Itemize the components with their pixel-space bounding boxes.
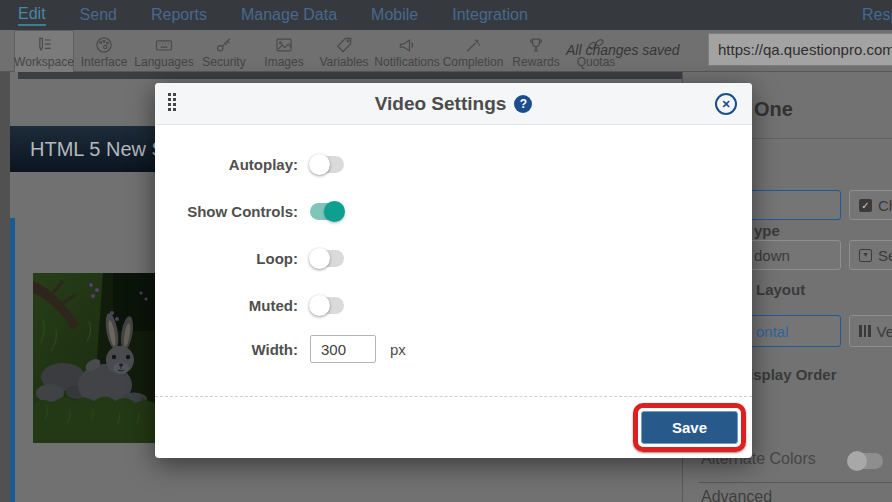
layout-section-label: Layout	[756, 281, 805, 298]
autosave-status: All changes saved	[566, 42, 680, 58]
width-unit-label: px	[390, 341, 406, 358]
type-option-label: Sele	[878, 247, 892, 264]
width-label: Width:	[155, 341, 298, 358]
workspace-icon	[33, 35, 55, 55]
autoplay-label: Autoplay:	[155, 156, 298, 173]
toolbar-item-images[interactable]: Images	[254, 30, 314, 72]
images-icon	[273, 35, 295, 55]
autoplay-toggle[interactable]	[310, 156, 344, 173]
app-screen: Edit Send Reports Manage Data Mobile Int…	[0, 0, 892, 502]
rewards-icon	[525, 35, 547, 55]
variables-icon	[333, 35, 355, 55]
security-icon	[213, 35, 235, 55]
toolbar-label: Images	[264, 55, 303, 69]
save-highlight-annotation: Save	[633, 403, 746, 452]
type-option-checkbox[interactable]: ✓ Chec	[849, 190, 892, 220]
width-row: Width: px	[155, 329, 752, 369]
loop-label: Loop:	[155, 250, 298, 267]
top-navigation: Edit Send Reports Manage Data Mobile Int…	[0, 0, 892, 30]
nav-send[interactable]: Send	[80, 6, 117, 24]
toolbar-label: Interface	[81, 55, 128, 69]
toolbar-item-interface[interactable]: Interface	[74, 30, 134, 72]
toggle-knob	[847, 451, 867, 471]
toolbar-label: Security	[202, 55, 245, 69]
toolbar-label: Notifications	[374, 55, 439, 69]
footer-divider	[155, 396, 752, 397]
nav-edit[interactable]: Edit	[18, 5, 46, 26]
toolbar-item-languages[interactable]: Languages	[134, 30, 194, 72]
drag-handle-icon[interactable]	[168, 93, 176, 111]
checkbox-icon: ✓	[859, 199, 872, 212]
loop-toggle[interactable]	[310, 250, 344, 267]
video-settings-dialog: Video Settings ? ✕ Autoplay: Show Contro…	[155, 83, 752, 458]
toolbar-label: Variables	[319, 55, 368, 69]
width-input[interactable]	[310, 335, 376, 363]
type-option-label: Chec	[878, 197, 892, 214]
completion-icon	[462, 35, 484, 55]
toggle-knob	[324, 201, 345, 222]
type-option-select[interactable]: ▾ Sele	[849, 240, 892, 270]
show-controls-row: Show Controls:	[155, 188, 752, 235]
advanced-section-label[interactable]: Advanced	[701, 488, 772, 502]
save-button[interactable]: Save	[641, 411, 738, 444]
toolbar-item-variables[interactable]: Variables	[314, 30, 374, 72]
nav-manage-data[interactable]: Manage Data	[241, 6, 337, 24]
toolbar-item-workspace[interactable]: Workspace	[14, 30, 74, 72]
toggle-knob	[309, 248, 330, 269]
toolbar-item-completion[interactable]: Completion	[440, 30, 506, 72]
nav-responses-link[interactable]: Respo	[862, 6, 892, 24]
loop-row: Loop:	[155, 235, 752, 282]
toolbar-label: Completion	[443, 55, 504, 69]
vertical-bars-icon	[859, 325, 871, 337]
toolbar-label: Rewards	[512, 55, 559, 69]
muted-label: Muted:	[155, 297, 298, 314]
dialog-body: Autoplay: Show Controls: Loop: Muted: Wi…	[155, 125, 752, 369]
dialog-header: Video Settings ? ✕	[155, 83, 752, 125]
horizontal-option-label: ontal	[756, 323, 789, 340]
alternate-colors-toggle[interactable]	[849, 453, 883, 469]
show-controls-label: Show Controls:	[155, 203, 298, 220]
notifications-icon	[396, 35, 418, 55]
show-controls-toggle[interactable]	[310, 203, 344, 220]
nav-reports[interactable]: Reports	[151, 6, 207, 24]
nav-mobile[interactable]: Mobile	[371, 6, 418, 24]
help-icon[interactable]: ?	[514, 95, 532, 113]
question-video-thumbnail[interactable]	[33, 273, 155, 443]
survey-card-top-strip	[18, 72, 682, 79]
layout-option-label: Verti	[877, 323, 892, 340]
select-icon: ▾	[859, 249, 872, 262]
question-type-title: One	[754, 98, 793, 121]
type-section-label: ype	[754, 222, 780, 239]
autoplay-row: Autoplay:	[155, 141, 752, 188]
toggle-knob	[309, 154, 330, 175]
toolbar-item-security[interactable]: Security	[194, 30, 254, 72]
languages-icon	[153, 35, 175, 55]
muted-toggle[interactable]	[310, 297, 344, 314]
interface-icon	[93, 35, 115, 55]
toolbar-item-rewards[interactable]: Rewards	[506, 30, 566, 72]
sidebar-divider	[699, 482, 892, 483]
toolbar-label: Languages	[134, 55, 193, 69]
display-order-label: isplay Order	[749, 366, 837, 383]
toolbar-item-notifications[interactable]: Notifications	[374, 30, 440, 72]
toolbar-label: Workspace	[14, 55, 74, 69]
toggle-knob	[309, 295, 330, 316]
survey-url-field[interactable]: https://qa.questionpro.com/t/AW22Zc	[708, 33, 892, 66]
muted-row: Muted:	[155, 282, 752, 329]
close-icon[interactable]: ✕	[715, 93, 737, 115]
layout-option-vertical[interactable]: Verti	[849, 315, 892, 347]
dropdown-option-label: down	[754, 247, 790, 264]
dialog-title: Video Settings	[375, 93, 507, 115]
nav-integration[interactable]: Integration	[452, 6, 528, 24]
